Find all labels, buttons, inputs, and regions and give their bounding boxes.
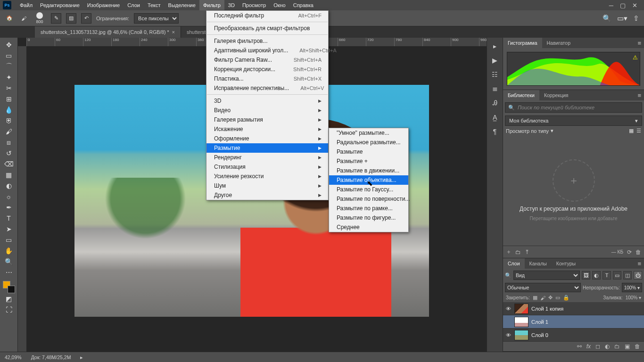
tab-paths[interactable]: Контуры: [552, 258, 580, 269]
menu-изображение[interactable]: Изображение: [83, 0, 124, 10]
type-tool[interactable]: T: [2, 213, 16, 223]
filter-type-icon[interactable]: T: [603, 271, 611, 280]
menu-item[interactable]: Размытие▶: [206, 143, 328, 153]
library-search[interactable]: 🔍 Поиск по текущей библиотеке: [505, 102, 642, 113]
filter-adjust-icon[interactable]: ◐: [592, 271, 601, 280]
submenu-item[interactable]: Размытие в движении...: [329, 166, 408, 175]
eyedropper-tool[interactable]: 💧: [2, 105, 16, 115]
lasso-tool[interactable]: ⌒: [2, 61, 16, 72]
properties-icon[interactable]: ≣: [492, 85, 498, 92]
menu-справка[interactable]: Справка: [289, 0, 317, 10]
menu-item[interactable]: 3D▶: [206, 96, 328, 106]
layer-row[interactable]: 👁Слой 1 копия: [503, 302, 644, 315]
blend-mode-select[interactable]: Обычные: [505, 283, 581, 292]
mask-icon[interactable]: ◻: [595, 343, 600, 350]
gradient-tool[interactable]: ▦: [2, 170, 16, 180]
submenu-item[interactable]: Радиальное размытие...: [329, 138, 408, 147]
folder-icon[interactable]: 🗀: [515, 249, 521, 255]
healing-brush-tool[interactable]: ⛨: [2, 115, 16, 126]
submenu-item[interactable]: Размытие объектива...: [329, 175, 408, 185]
mode-button-2[interactable]: ▨: [66, 13, 76, 24]
visibility-icon[interactable]: 👁: [505, 306, 512, 312]
mode-button-3[interactable]: ↶: [81, 13, 91, 24]
menu-item[interactable]: Галерея размытия▶: [206, 115, 328, 124]
panel-menu-icon[interactable]: ≡: [635, 38, 644, 48]
menu-item[interactable]: Оформление▶: [206, 134, 328, 143]
zoom-tool[interactable]: 🔍: [2, 256, 16, 267]
mode-button-1[interactable]: ✎: [51, 13, 61, 24]
tab-navigator[interactable]: Навигатор: [542, 38, 575, 48]
menu-файл[interactable]: Файл: [16, 0, 36, 10]
maximize-icon[interactable]: ▢: [620, 2, 626, 9]
layer-row[interactable]: 👁Слой 0: [503, 329, 644, 342]
lock-all-icon[interactable]: 🔒: [563, 295, 570, 301]
screenmode-tool[interactable]: ⛶: [2, 304, 16, 315]
menu-item[interactable]: Коррекция дисторсии...Shift+Ctrl+R: [206, 65, 328, 74]
menu-item[interactable]: Усиление резкости▶: [206, 172, 328, 181]
menu-item[interactable]: Рендеринг▶: [206, 153, 328, 162]
visibility-icon[interactable]: 👁: [505, 332, 512, 338]
menu-item[interactable]: Исправление перспективы...Alt+Ctrl+V: [206, 83, 328, 93]
share-icon[interactable]: ⇧: [633, 14, 639, 23]
lock-brush-icon[interactable]: 🖌: [540, 295, 545, 301]
character-icon[interactable]: Ꭿ: [493, 99, 497, 107]
submenu-item[interactable]: Размытие по поверхности...: [329, 194, 408, 204]
menu-окно[interactable]: Окно: [270, 0, 289, 10]
brush-preview[interactable]: 800: [33, 12, 46, 25]
filter-image-icon[interactable]: 🖼: [582, 271, 590, 280]
path-select-tool[interactable]: ➤: [2, 224, 16, 234]
menu-item[interactable]: Шум▶: [206, 181, 328, 190]
dodge-tool[interactable]: ☼: [2, 191, 16, 202]
new-layer-icon[interactable]: ▣: [625, 343, 630, 350]
zoom-level[interactable]: 42,09%: [5, 354, 22, 360]
layer-row[interactable]: Слой 1: [503, 315, 644, 329]
submenu-item[interactable]: Размытие по рамке...: [329, 204, 408, 213]
paragraph-icon[interactable]: A̲: [493, 114, 497, 121]
menu-item[interactable]: Фильтр Camera Raw...Shift+Ctrl+A: [206, 55, 328, 65]
menu-item[interactable]: Другое▶: [206, 190, 328, 200]
tab-layers[interactable]: Слои: [503, 258, 525, 269]
lock-position-icon[interactable]: ✥: [548, 295, 553, 301]
marquee-tool[interactable]: ▭: [2, 50, 16, 61]
submenu-item[interactable]: Размытие по Гауссу...: [329, 185, 408, 194]
submenu-item[interactable]: Среднее: [329, 222, 408, 232]
workspace-icon[interactable]: ▭▾: [617, 14, 627, 23]
quickmask-tool[interactable]: ◩: [2, 294, 16, 304]
menu-редактирование[interactable]: Редактирование: [36, 0, 83, 10]
submenu-item[interactable]: Размытие +: [329, 156, 408, 166]
fill-value[interactable]: 100% ▾: [626, 295, 641, 300]
adjustments-icon[interactable]: ☷: [492, 71, 498, 78]
document-tab[interactable]: shutterstock_1130573132.jpg @ 48,6% (Сло…: [35, 26, 181, 38]
panel-menu-icon[interactable]: ≡: [635, 90, 644, 100]
group-icon[interactable]: 🗀: [614, 343, 620, 350]
menu-слои[interactable]: Слои: [124, 0, 144, 10]
filter-smart-icon[interactable]: ◫: [623, 271, 632, 280]
sync-icon[interactable]: ⟳: [627, 249, 632, 255]
upload-icon[interactable]: ⤒: [525, 249, 529, 255]
menu-item[interactable]: Адаптивный широкий угол...Alt+Shift+Ctrl…: [206, 46, 328, 55]
layer-kind-select[interactable]: Вид: [513, 271, 580, 280]
adjustment-icon[interactable]: ◐: [605, 343, 610, 350]
trash-icon[interactable]: 🗑: [635, 343, 640, 350]
move-tool[interactable]: ✥: [2, 40, 16, 50]
menu-item[interactable]: Видео▶: [206, 106, 328, 115]
status-arrow-icon[interactable]: ▸: [80, 354, 83, 360]
menu-item[interactable]: Искажение▶: [206, 124, 328, 134]
magic-wand-tool[interactable]: ✦: [2, 72, 16, 82]
play-filled-icon[interactable]: ▶: [492, 57, 497, 64]
list-view-icon[interactable]: ☰: [636, 128, 641, 134]
blur-tool[interactable]: ◐: [2, 181, 16, 191]
tab-histogram[interactable]: Гистограмма: [503, 38, 542, 48]
glyph-icon[interactable]: ¶: [493, 128, 497, 135]
menu-item[interactable]: Последний фильтрAlt+Ctrl+F: [206, 11, 328, 20]
minimize-icon[interactable]: ─: [609, 2, 613, 9]
menu-текст[interactable]: Текст: [144, 0, 165, 10]
color-swatches[interactable]: [3, 281, 15, 293]
history-brush-tool[interactable]: ↺: [2, 148, 16, 158]
fx-icon[interactable]: fx: [586, 343, 591, 350]
menu-фильтр[interactable]: Фильтр: [199, 0, 224, 10]
menu-item[interactable]: Стилизация▶: [206, 162, 328, 172]
play-icon[interactable]: ▸: [493, 42, 496, 50]
shape-tool[interactable]: ▭: [2, 235, 16, 245]
eraser-tool[interactable]: ⌫: [2, 159, 16, 169]
